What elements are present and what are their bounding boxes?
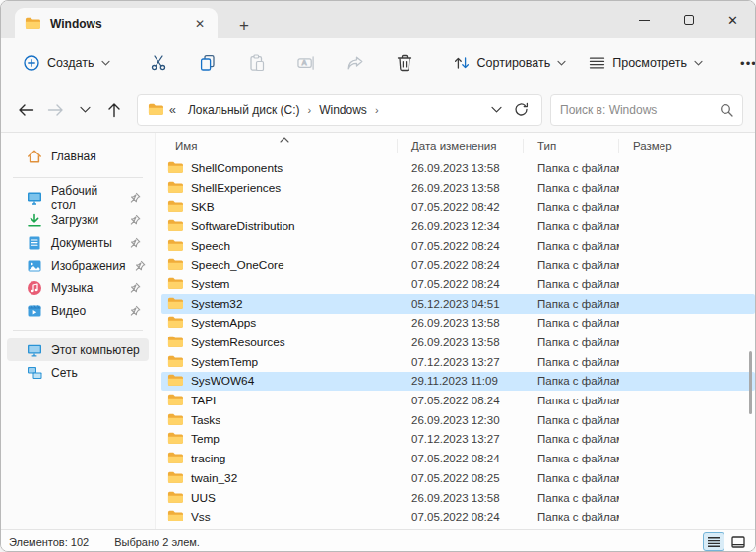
- forward-button[interactable]: [42, 97, 68, 123]
- videos-icon: [27, 303, 42, 319]
- file-row[interactable]: TAPI07.05.2022 08:24Папка с файлами: [161, 391, 755, 410]
- address-dropdown-icon[interactable]: [486, 97, 506, 123]
- sidebar-item-label: Рабочий стол: [51, 184, 120, 212]
- back-button[interactable]: [13, 97, 38, 123]
- file-row[interactable]: twain_3207.05.2022 08:25Папка с файлами: [161, 468, 755, 488]
- content-area: ГлавнаяРабочий столЗагрузкиДокументыИзоб…: [1, 133, 755, 529]
- minimize-icon: [639, 20, 650, 21]
- file-row[interactable]: ShellExperiences26.09.2023 13:58Папка с …: [161, 178, 755, 198]
- sidebar-item-label: Видео: [51, 304, 86, 318]
- search-box[interactable]: [550, 94, 743, 126]
- vertical-scrollbar[interactable]: [749, 351, 752, 414]
- file-row[interactable]: System3205.12.2023 04:51Папка с файлами: [161, 294, 755, 314]
- file-row[interactable]: UUS26.09.2023 13:58Папка с файлами: [161, 488, 755, 508]
- sidebar-item-music[interactable]: Музыка: [7, 276, 149, 299]
- file-row[interactable]: SoftwareDistribution26.09.2023 12:34Папк…: [161, 216, 755, 236]
- file-row[interactable]: Vss07.05.2022 08:24Папка с файлами: [161, 507, 755, 526]
- file-date: 07.05.2022 08:25: [398, 472, 524, 484]
- file-name: tracing: [191, 452, 225, 465]
- file-name: Temp: [191, 432, 220, 446]
- more-options-button[interactable]: •••: [730, 56, 756, 71]
- sidebar-item-pictures[interactable]: Изображения: [7, 254, 149, 276]
- paste-icon: [248, 54, 266, 72]
- items-count: Элементов: 102: [9, 536, 89, 548]
- file-row[interactable]: tracing07.05.2022 08:24Папка с файлами: [161, 449, 755, 468]
- minimize-button[interactable]: [622, 1, 666, 38]
- file-name: System: [191, 277, 229, 291]
- tab-close-icon[interactable]: ✕: [192, 17, 208, 31]
- file-type: Папка с файлами: [524, 259, 619, 271]
- file-name: Tasks: [191, 413, 220, 427]
- sidebar-item-desktop[interactable]: Рабочий стол: [7, 186, 149, 209]
- folder-icon: [167, 470, 183, 486]
- file-row[interactable]: Tasks26.09.2023 12:30Папка с файлами: [161, 410, 755, 430]
- clipboard-actions: A: [138, 47, 425, 79]
- new-tab-button[interactable]: +: [239, 17, 249, 33]
- file-row[interactable]: Speech07.05.2022 08:24Папка с файлами: [161, 236, 755, 256]
- file-row[interactable]: ShellComponents26.09.2023 13:58Папка с ф…: [161, 158, 755, 178]
- rename-button[interactable]: A: [285, 47, 327, 79]
- share-button[interactable]: [335, 47, 376, 79]
- breadcrumb[interactable]: « Локальный диск (C:)›Windows›: [137, 94, 542, 126]
- new-button[interactable]: Создать: [15, 48, 118, 78]
- breadcrumb-overflow[interactable]: «: [169, 103, 176, 117]
- refresh-button[interactable]: [510, 97, 532, 123]
- sidebar-item-computer[interactable]: Этот компьютер: [7, 338, 149, 361]
- breadcrumb-separator-icon[interactable]: ›: [306, 104, 314, 116]
- file-name: SoftwareDistribution: [191, 219, 295, 233]
- file-name: UUS: [191, 491, 216, 505]
- file-row[interactable]: SystemTemp07.12.2023 13:27Папка с файлам…: [161, 352, 755, 372]
- cut-button[interactable]: [138, 47, 179, 79]
- up-button[interactable]: [101, 97, 127, 123]
- column-header-date[interactable]: Дата изменения: [398, 139, 524, 153]
- close-button[interactable]: ✕: [711, 1, 755, 38]
- file-name-cell: System32: [161, 296, 398, 312]
- sidebar-item-downloads[interactable]: Загрузки: [7, 209, 149, 231]
- file-date: 07.12.2023 13:27: [398, 356, 524, 368]
- file-row[interactable]: SystemApps26.09.2023 13:58Папка с файлам…: [161, 314, 755, 334]
- sidebar-item-label: Главная: [51, 150, 96, 163]
- file-row[interactable]: SystemResources26.09.2023 13:58Папка с ф…: [161, 333, 755, 352]
- file-name-cell: TAPI: [161, 393, 398, 408]
- breadcrumb-segment[interactable]: Windows: [313, 101, 373, 119]
- delete-button[interactable]: [384, 47, 425, 79]
- sidebar-item-documents[interactable]: Документы: [7, 231, 149, 254]
- column-header-type[interactable]: Тип: [524, 139, 619, 153]
- file-row[interactable]: SKB07.05.2022 08:42Папка с файлами: [161, 197, 755, 216]
- column-header-size[interactable]: Размер: [619, 139, 686, 153]
- sidebar-item-network[interactable]: Сеть: [7, 361, 149, 384]
- breadcrumb-segments: Локальный диск (C:)›Windows›: [182, 101, 381, 119]
- file-date: 07.05.2022 08:24: [398, 259, 524, 271]
- file-type: Папка с файлами: [524, 453, 619, 464]
- view-button[interactable]: Просмотреть: [580, 48, 711, 78]
- file-type: Папка с файлами: [524, 220, 619, 232]
- file-date: 29.11.2023 11:09: [398, 375, 524, 387]
- file-date: 26.09.2023 13:58: [398, 492, 524, 504]
- recent-locations-button[interactable]: [72, 97, 97, 123]
- breadcrumb-separator-icon[interactable]: ›: [373, 104, 381, 116]
- file-row[interactable]: System07.05.2022 08:24Папка с файлами: [161, 275, 755, 294]
- column-header-name[interactable]: Имя: [161, 139, 398, 153]
- details-view-button[interactable]: [703, 532, 724, 551]
- sidebar-item-home[interactable]: Главная: [7, 143, 149, 169]
- thumbnails-view-button[interactable]: [727, 532, 749, 551]
- maximize-button[interactable]: [666, 1, 711, 38]
- copy-button[interactable]: [187, 47, 228, 79]
- file-row[interactable]: Temp07.12.2023 13:27Папка с файлами: [161, 430, 755, 450]
- copy-icon: [199, 54, 217, 72]
- folder-icon: [167, 412, 183, 428]
- chevron-down-icon: [694, 60, 703, 66]
- file-name: Vss: [191, 510, 211, 523]
- file-row[interactable]: SysWOW6429.11.2023 11:09Папка с файлами: [161, 372, 755, 392]
- file-row[interactable]: Speech_OneCore07.05.2022 08:24Папка с фа…: [161, 255, 755, 275]
- view-toggles: [703, 532, 749, 551]
- search-input[interactable]: [560, 103, 720, 117]
- sidebar-item-videos[interactable]: Видео: [7, 299, 149, 322]
- folder-icon: [167, 393, 183, 408]
- breadcrumb-segment[interactable]: Локальный диск (C:): [182, 101, 306, 119]
- paste-button[interactable]: [236, 47, 278, 79]
- file-name-cell: SKB: [161, 199, 398, 215]
- file-date: 26.09.2023 13:58: [398, 337, 524, 348]
- sort-button[interactable]: Сортировать: [445, 48, 575, 78]
- tab-windows[interactable]: Windows ✕: [15, 8, 218, 38]
